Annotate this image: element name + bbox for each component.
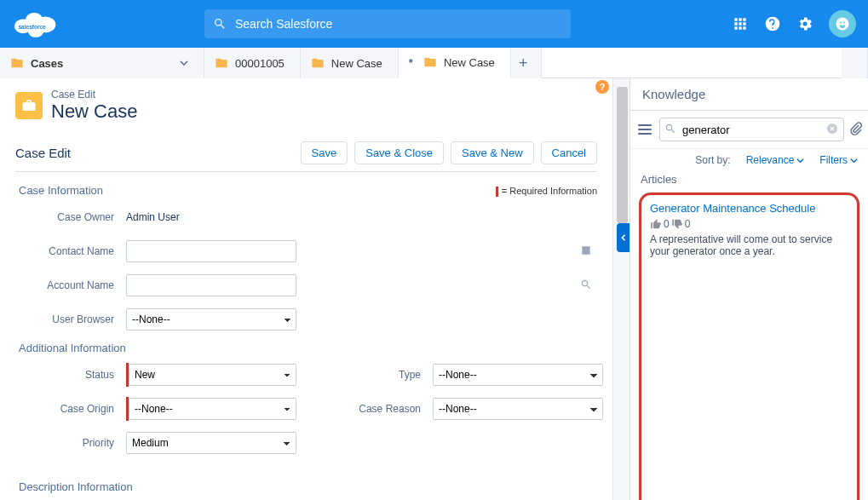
folder-icon	[215, 56, 228, 70]
global-navbar: salesforce	[0, 0, 868, 48]
svg-text:salesforce: salesforce	[18, 24, 46, 30]
label-case-origin: Case Origin	[15, 403, 126, 415]
smiley-icon	[835, 16, 850, 32]
tab-overflow[interactable]	[842, 48, 868, 78]
legend-case-info: Case Information	[19, 184, 103, 197]
chevron-down-icon	[850, 157, 858, 164]
case-entity-icon	[15, 92, 43, 119]
user-avatar[interactable]	[829, 10, 856, 37]
contact-name-input[interactable]	[126, 240, 296, 262]
clear-icon[interactable]	[825, 122, 839, 135]
user-browser-select[interactable]: --None--	[126, 308, 296, 330]
tab-label: Cases	[31, 57, 63, 70]
chevron-down-icon[interactable]	[180, 59, 188, 67]
global-search-input[interactable]	[235, 17, 562, 31]
case-reason-select[interactable]: --None--	[433, 398, 603, 420]
search-icon[interactable]	[580, 279, 592, 290]
tab-label: New Case	[444, 56, 495, 69]
type-select[interactable]: --None--	[433, 364, 603, 386]
save-new-button[interactable]: Save & New	[451, 141, 534, 164]
salesforce-logo: salesforce	[12, 7, 60, 41]
filters-link[interactable]: Filters	[819, 154, 858, 166]
sort-by-label: Sort by:	[695, 154, 730, 166]
attach-icon[interactable]	[849, 122, 863, 138]
knowledge-article-card[interactable]: Generator Maintenance Schedule 0 0 A rep…	[639, 193, 859, 500]
page-title: New Case	[51, 101, 137, 123]
label-case-owner: Case Owner	[15, 211, 126, 223]
setup-gear-icon[interactable]	[796, 15, 813, 32]
dirty-indicator: *	[409, 56, 413, 69]
knowledge-search-input[interactable]	[659, 118, 844, 141]
label-status: Status	[15, 369, 126, 381]
tab-label: 00001005	[235, 57, 285, 70]
cancel-button[interactable]: Cancel	[541, 141, 597, 164]
panel-collapse-handle[interactable]	[617, 223, 629, 252]
tab-case-00001005[interactable]: 00001005	[204, 48, 301, 78]
status-select[interactable]: New	[129, 364, 296, 386]
knowledge-header: Knowledge	[630, 78, 868, 111]
search-icon	[213, 17, 227, 31]
required-note: = Required Information	[496, 186, 597, 197]
value-case-owner: Admin User	[126, 211, 597, 223]
tab-add[interactable]: +	[511, 48, 542, 78]
label-case-reason: Case Reason	[348, 403, 433, 415]
article-votes: 0 0	[650, 218, 848, 230]
legend-description: Description Information	[19, 480, 597, 493]
tab-new-case-1[interactable]: New Case	[301, 48, 399, 78]
help-icon[interactable]: ?	[595, 80, 609, 94]
tab-new-case-active[interactable]: * New Case	[399, 48, 511, 78]
label-type: Type	[348, 369, 433, 381]
search-icon	[664, 123, 676, 135]
section-title: Case Edit	[15, 146, 71, 160]
scroll-thumb[interactable]	[617, 87, 628, 223]
global-search[interactable]	[204, 9, 571, 38]
folder-icon	[423, 55, 437, 69]
main-content: ? Case Edit New Case Case Edit Save Save…	[0, 78, 612, 500]
article-title[interactable]: Generator Maintenance Schedule	[650, 202, 848, 215]
scrollbar[interactable]	[612, 78, 629, 500]
tab-label: New Case	[331, 57, 382, 70]
page-eyebrow: Case Edit	[51, 89, 137, 101]
thumbs-up-icon[interactable]	[650, 218, 662, 230]
save-button[interactable]: Save	[301, 141, 348, 164]
app-launcher-icon[interactable]	[732, 15, 749, 32]
chevron-down-icon	[796, 157, 804, 164]
article-snippet: A representative will come out to servic…	[650, 233, 848, 500]
legend-additional: Additional Information	[19, 342, 597, 354]
label-priority: Priority	[15, 437, 126, 449]
thumbs-down-icon[interactable]	[671, 218, 683, 230]
hamburger-icon[interactable]	[635, 120, 654, 139]
folder-icon	[311, 56, 325, 70]
help-icon[interactable]	[764, 15, 781, 32]
knowledge-section-articles: Articles	[630, 171, 868, 187]
lookup-icon[interactable]	[580, 244, 592, 256]
workspace-tabstrip: Cases 00001005 New Case * New Case +	[0, 48, 868, 78]
tab-cases[interactable]: Cases	[0, 48, 204, 78]
label-contact-name: Contact Name	[15, 245, 126, 257]
account-name-input[interactable]	[126, 274, 296, 296]
case-origin-select[interactable]: --None--	[129, 398, 296, 420]
knowledge-panel: Knowledge Sort by: Relevance Filters Art…	[629, 78, 868, 500]
save-close-button[interactable]: Save & Close	[354, 141, 444, 164]
priority-select[interactable]: Medium	[126, 432, 296, 454]
folder-icon	[10, 56, 24, 70]
label-user-browser: User Browser	[15, 313, 126, 325]
sort-relevance[interactable]: Relevance	[746, 154, 805, 166]
label-account-name: Account Name	[15, 279, 126, 291]
